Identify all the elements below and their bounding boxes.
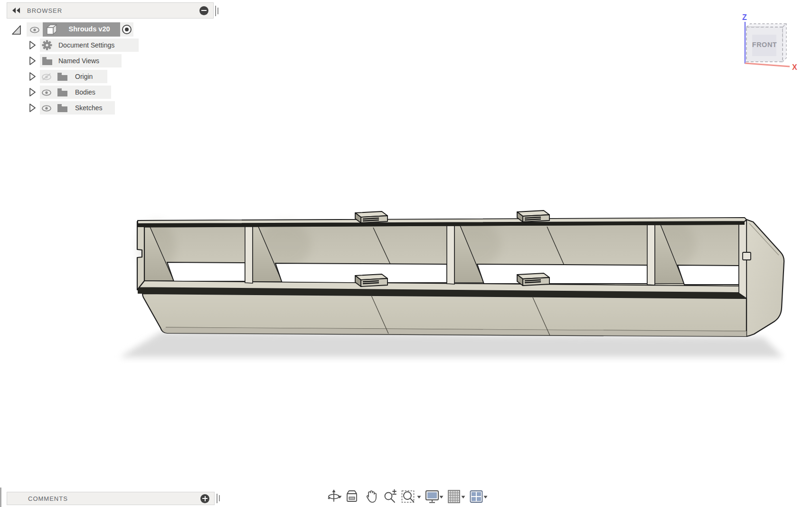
collapse-panel-icon[interactable] xyxy=(12,7,20,14)
orbit-dropdown-icon[interactable] xyxy=(338,496,342,499)
minimize-panel-icon[interactable] xyxy=(199,6,208,15)
folder-icon xyxy=(57,104,68,113)
component-cube-icon xyxy=(45,23,58,36)
display-settings-dropdown-icon[interactable] xyxy=(439,496,444,499)
expand-chevron-icon[interactable] xyxy=(28,56,36,66)
view-cube-face-label[interactable]: FRONT xyxy=(752,41,777,48)
comments-panel-header[interactable]: COMMENTS xyxy=(7,492,215,505)
grid-snaps-icon[interactable] xyxy=(447,489,461,504)
z-axis-label: Z xyxy=(742,13,747,21)
folder-icon xyxy=(57,72,68,81)
zoom-icon[interactable] xyxy=(383,489,397,504)
tree-row-sketches[interactable]: Sketches xyxy=(0,101,152,115)
visibility-eye-icon[interactable] xyxy=(41,88,52,97)
browser-panel-title: BROWSER xyxy=(27,7,199,14)
expand-chevron-icon[interactable] xyxy=(28,40,36,50)
look-at-icon[interactable] xyxy=(345,489,359,504)
view-cube[interactable]: FRONT Z X xyxy=(734,0,805,78)
comments-panel-title: COMMENTS xyxy=(28,495,200,502)
browser-panel-grip[interactable] xyxy=(215,6,218,16)
grid-snaps-dropdown-icon[interactable] xyxy=(461,496,465,499)
activate-component-icon[interactable] xyxy=(121,24,132,35)
expand-chevron-icon[interactable] xyxy=(28,87,36,97)
x-axis-line xyxy=(745,63,790,67)
root-item-label[interactable]: Shrouds v20 xyxy=(59,25,119,33)
tree-row-origin[interactable]: Origin xyxy=(0,69,152,84)
visibility-eye-icon[interactable] xyxy=(41,104,52,113)
gear-icon xyxy=(41,39,53,51)
visibility-hidden-icon[interactable] xyxy=(41,72,52,82)
expand-arrow-icon[interactable] xyxy=(11,25,22,35)
tree-item-label[interactable]: Origin xyxy=(75,73,93,80)
x-axis-label: X xyxy=(792,63,797,71)
tree-row-root[interactable]: Shrouds v20 xyxy=(0,22,142,37)
viewports-dropdown-icon[interactable] xyxy=(483,496,488,499)
zoom-window-icon[interactable] xyxy=(401,489,415,504)
tree-item-label[interactable]: Bodies xyxy=(75,88,95,96)
display-settings-icon[interactable] xyxy=(425,489,439,504)
comments-panel-grip[interactable] xyxy=(217,494,220,503)
browser-panel-header[interactable]: BROWSER xyxy=(7,2,214,19)
viewports-icon[interactable] xyxy=(469,489,483,504)
add-comment-icon[interactable] xyxy=(200,494,209,503)
expand-chevron-icon[interactable] xyxy=(28,103,36,113)
model-end-cap xyxy=(746,220,784,336)
visibility-eye-icon[interactable] xyxy=(29,25,40,35)
tree-item-label[interactable]: Sketches xyxy=(75,104,103,112)
window-edge xyxy=(0,488,1,507)
zoom-window-dropdown-icon[interactable] xyxy=(417,496,421,499)
fusion-workspace: FRONT Z X BROWSER Shrouds v20 xyxy=(0,0,812,507)
expand-chevron-icon[interactable] xyxy=(28,72,36,81)
tree-row-named-views[interactable]: Named Views xyxy=(0,54,152,68)
model-skirt xyxy=(142,294,746,336)
folder-icon xyxy=(42,57,53,66)
tree-row-bodies[interactable]: Bodies xyxy=(0,85,152,99)
folder-icon xyxy=(57,88,68,97)
tree-item-label[interactable]: Document Settings xyxy=(58,41,114,49)
pan-icon[interactable] xyxy=(364,489,378,504)
tree-item-label[interactable]: Named Views xyxy=(58,57,99,65)
tree-row-document-settings[interactable]: Document Settings xyxy=(0,38,152,52)
